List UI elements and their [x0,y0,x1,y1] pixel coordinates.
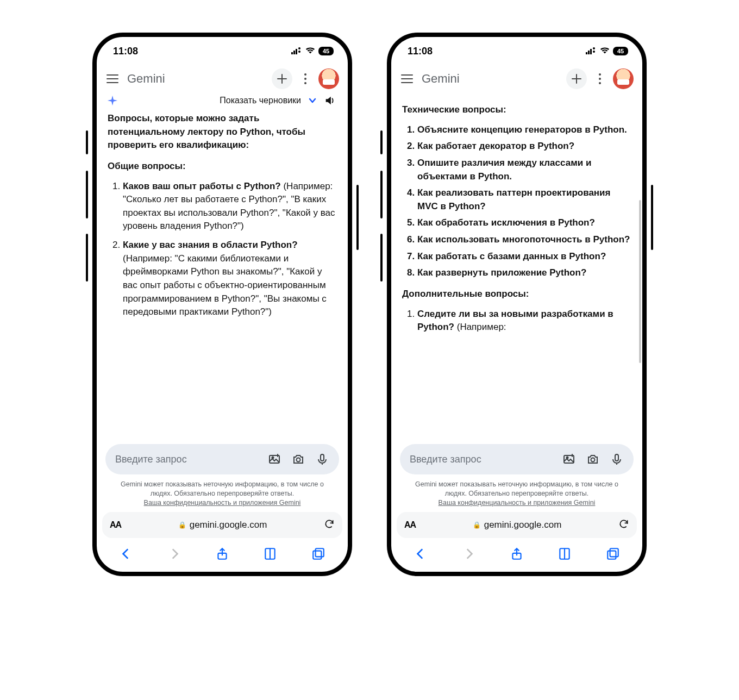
tabs-icon[interactable] [604,545,622,563]
battery-level: 45 [613,47,628,55]
microphone-icon[interactable] [610,452,624,466]
camera-icon[interactable] [586,452,600,466]
general-questions-list: Каков ваш опыт работы с Python? (Наприме… [108,180,337,319]
chevron-down-icon[interactable] [308,96,317,105]
text-size-button[interactable]: AA [110,520,121,530]
list-item: Как реализовать паттерн проектирования M… [417,186,631,213]
list-item: Следите ли вы за новыми разработками в P… [417,308,631,334]
browser-address-bar[interactable]: AA 🔒 gemini.google.com [397,512,637,538]
app-bar: Gemini [391,65,642,92]
section-tech-title: Технические вопросы: [402,103,631,117]
svg-rect-10 [315,548,323,557]
chat-input-placeholder: Введите запрос [115,454,258,465]
question-sub: (Например: "С какими библиотеками и фрей… [123,253,327,317]
menu-icon[interactable] [401,71,416,86]
svg-point-7 [297,458,300,462]
chat-input-placeholder: Введите запрос [410,454,552,465]
disclaimer-text: Gemini может показывать неточную информа… [415,480,618,497]
list-item: Какие у вас знания в области Python? (На… [123,239,337,319]
svg-point-15 [593,47,595,49]
text-size-button[interactable]: AA [404,520,416,530]
list-item: Как развернуть приложение Python? [417,266,631,280]
lock-icon: 🔒 [473,521,481,529]
svg-rect-23 [608,551,616,559]
status-bar: 11:08 45 [391,37,642,65]
image-upload-icon[interactable] [267,452,281,466]
svg-rect-8 [321,454,324,461]
tech-questions-list: Объясните концепцию генераторов в Python… [402,123,631,280]
list-item: Как работать с базами данных в Python? [417,250,631,264]
status-bar: 11:08 45 [97,37,348,65]
plus-icon [277,74,287,84]
list-item: Каков ваш опыт работы с Python? (Наприме… [123,180,337,234]
share-icon[interactable] [213,545,231,563]
new-chat-button[interactable] [272,68,292,89]
list-item: Как обработать исключения в Python? [417,216,631,230]
more-options-button[interactable] [592,71,608,86]
disclaimer-text: Gemini может показывать неточную информа… [121,480,324,497]
camera-icon[interactable] [291,452,305,466]
privacy-link[interactable]: Ваша конфиденциальность и приложения Gem… [144,499,301,507]
cellular-icon [586,46,597,57]
chat-input[interactable]: Введите запрос [105,444,339,474]
disclaimer: Gemini может показывать неточную информа… [391,477,642,510]
browser-address-bar[interactable]: AA 🔒 gemini.google.com [102,512,342,538]
svg-rect-14 [590,49,592,54]
avatar[interactable] [318,68,339,89]
browser-toolbar [97,540,348,572]
section-extra-title: Дополнительные вопросы: [402,288,631,301]
svg-rect-12 [586,52,587,54]
svg-rect-0 [291,52,293,54]
svg-point-6 [272,457,274,459]
extra-questions-list: Следите ли вы за новыми разработками в P… [402,308,631,334]
chat-input[interactable]: Введите запрос [400,444,634,474]
plus-icon [572,74,581,84]
svg-rect-20 [615,454,618,461]
message-content: Технические вопросы: Объясните концепцию… [391,92,642,440]
app-title: Gemini [127,72,165,86]
phone-frame-right: 11:08 45 Gemini [387,33,647,576]
reload-icon[interactable] [324,518,335,532]
back-icon[interactable] [117,545,135,563]
app-bar: Gemini [97,65,348,92]
privacy-link[interactable]: Ваша конфиденциальность и приложения Gem… [439,499,596,507]
tabs-icon[interactable] [309,545,328,563]
question-head: Следите ли вы за новыми разработками в P… [417,309,613,333]
menu-icon[interactable] [107,71,122,86]
svg-point-19 [591,458,595,462]
new-chat-button[interactable] [566,68,587,89]
scrollbar[interactable] [639,200,641,363]
wifi-icon [600,46,610,57]
cellular-icon [291,46,302,57]
wifi-icon [305,46,315,57]
show-drafts-button[interactable]: Показать черновики [220,96,301,105]
forward-icon [460,545,478,563]
section-general-title: Общие вопросы: [108,160,337,173]
svg-rect-11 [313,551,321,559]
image-upload-icon[interactable] [562,452,576,466]
bookmarks-icon[interactable] [555,545,574,563]
question-sub: (Например: [454,322,506,332]
question-head: Каков ваш опыт работы с Python? [123,181,281,191]
list-item: Как использовать многопоточность в Pytho… [417,233,631,247]
microphone-icon[interactable] [315,452,329,466]
question-head: Какие у вас знания в области Python? [123,240,298,250]
bookmarks-icon[interactable] [261,545,279,563]
list-item: Опишите различия между классами и объект… [417,157,631,183]
svg-point-16 [593,51,595,53]
reload-icon[interactable] [618,518,629,532]
browser-toolbar [391,540,642,572]
share-icon[interactable] [508,545,526,563]
app-title: Gemini [422,72,460,86]
speaker-icon[interactable] [324,95,336,107]
url-host: gemini.google.com [190,520,267,530]
drafts-row: Показать черновики [97,92,348,112]
svg-rect-22 [610,548,618,557]
avatar[interactable] [613,68,634,89]
battery-level: 45 [318,47,334,55]
more-options-button[interactable] [298,71,313,86]
sparkle-icon [107,95,118,107]
svg-rect-2 [296,49,297,54]
back-icon[interactable] [411,545,430,563]
list-item: Как работает декоратор в Python? [417,140,631,153]
